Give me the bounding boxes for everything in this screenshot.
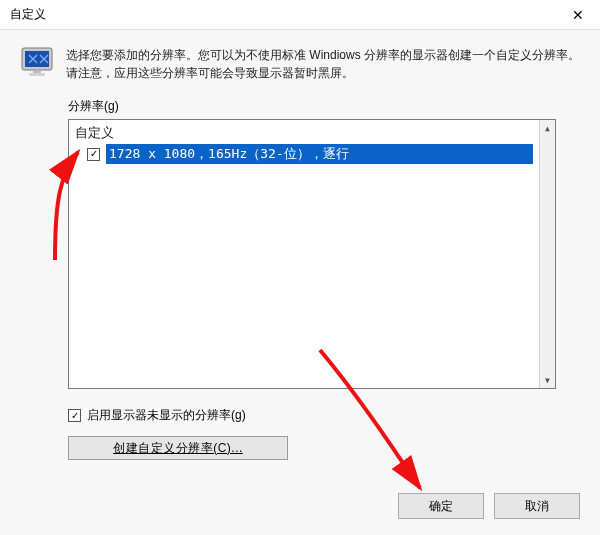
create-custom-resolution-button[interactable]: 创建自定义分辨率(C)... <box>68 436 288 460</box>
enable-unshown-checkbox[interactable]: ✓ <box>68 409 81 422</box>
create-button-label: 创建自定义分辨率(C)... <box>113 440 243 457</box>
listbox-inner: 自定义 ✓ 1728 x 1080，165Hz（32-位），逐行 <box>69 120 539 388</box>
resolution-listbox[interactable]: 自定义 ✓ 1728 x 1080，165Hz（32-位），逐行 ▲ ▼ <box>68 119 556 389</box>
dialog-body: 选择您要添加的分辨率。您可以为不使用标准 Windiows 分辨率的显示器创建一… <box>0 30 600 535</box>
ok-button[interactable]: 确定 <box>398 493 484 519</box>
svg-rect-3 <box>29 73 45 76</box>
enable-unshown-row: ✓ 启用显示器未显示的分辨率(g) <box>68 407 580 424</box>
svg-rect-1 <box>25 51 49 67</box>
dialog-footer: 确定 取消 <box>398 493 580 519</box>
monitor-icon <box>20 44 56 80</box>
close-button[interactable]: ✕ <box>556 0 600 30</box>
list-group-header: 自定义 <box>69 120 539 144</box>
window-title: 自定义 <box>10 6 556 23</box>
check-icon: ✓ <box>90 149 98 159</box>
titlebar: 自定义 ✕ <box>0 0 600 30</box>
resolution-checkbox[interactable]: ✓ <box>87 148 100 161</box>
chevron-down-icon: ▼ <box>545 376 550 385</box>
list-item[interactable]: ✓ 1728 x 1080，165Hz（32-位），逐行 <box>69 144 539 164</box>
scroll-up-button[interactable]: ▲ <box>540 120 555 136</box>
intro-row: 选择您要添加的分辨率。您可以为不使用标准 Windiows 分辨率的显示器创建一… <box>20 44 580 82</box>
svg-rect-2 <box>33 70 41 73</box>
listbox-scrollbar[interactable]: ▲ ▼ <box>539 120 555 388</box>
scroll-down-button[interactable]: ▼ <box>540 372 555 388</box>
dialog-window: 自定义 ✕ 选择您要添加的分辨率。您可以为不使用标准 Windiows 分辨率的… <box>0 0 600 535</box>
cancel-button[interactable]: 取消 <box>494 493 580 519</box>
chevron-up-icon: ▲ <box>545 124 550 133</box>
resolution-text: 1728 x 1080，165Hz（32-位），逐行 <box>106 144 533 164</box>
intro-text: 选择您要添加的分辨率。您可以为不使用标准 Windiows 分辨率的显示器创建一… <box>66 44 580 82</box>
enable-unshown-label: 启用显示器未显示的分辨率(g) <box>87 407 246 424</box>
close-icon: ✕ <box>572 7 584 23</box>
resolution-list-label: 分辨率(g) <box>68 98 580 115</box>
check-icon: ✓ <box>71 410 79 421</box>
